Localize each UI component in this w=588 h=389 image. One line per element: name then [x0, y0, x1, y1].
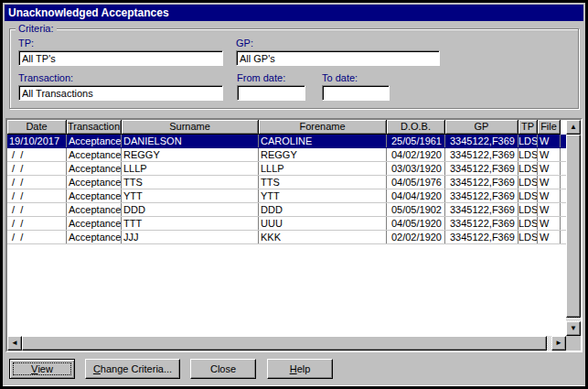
table-cell: W [538, 231, 561, 243]
table-cell: Acceptance [67, 148, 122, 161]
table-cell: W [538, 162, 561, 175]
scrollbar-corner [566, 336, 581, 351]
table-cell: Acceptance [67, 176, 122, 189]
table-cell: 25/05/1961 [387, 135, 445, 147]
table-cell: / / [7, 189, 67, 202]
table-cell: 3345122,F369 [445, 203, 519, 216]
table-cell: 05/05/1902 [387, 203, 445, 216]
table-cell: 19/10/2017 [7, 135, 67, 147]
table-cell: LDS [519, 148, 538, 161]
table-cell: / / [7, 162, 67, 175]
table-cell: DANIELSON [122, 135, 259, 147]
table-cell: / / [7, 203, 67, 216]
scroll-up-icon: ▲ [570, 124, 577, 131]
table-cell: Acceptance [67, 135, 122, 147]
column-header-date[interactable]: Date [7, 120, 67, 134]
table-row[interactable]: / /AcceptanceJJJKKK02/02/19203345122,F36… [7, 231, 566, 244]
table-cell: / / [7, 176, 67, 189]
table-row[interactable]: / /AcceptanceDDDDDD05/05/19023345122,F36… [7, 203, 566, 217]
table-cell: Acceptance [67, 189, 122, 202]
table-cell: W [538, 217, 561, 230]
table-cell: LDS [519, 231, 538, 243]
column-header-gp[interactable]: GP [445, 120, 519, 134]
change-criteria-button[interactable]: Change Criteria... [85, 359, 180, 379]
scroll-down-button[interactable]: ▼ [566, 321, 581, 336]
table-cell: / / [7, 148, 67, 161]
table-cell: W [538, 148, 561, 161]
table-cell: TTT [122, 217, 259, 230]
scroll-left-button[interactable]: ◄ [7, 336, 22, 351]
table-cell: W [538, 176, 561, 189]
table-row[interactable]: / /AcceptanceTTTUUU04/05/19203345122,F36… [7, 217, 566, 231]
table-cell: Acceptance [67, 231, 122, 243]
table-cell: TTS [259, 176, 387, 189]
table-cell: DDD [259, 203, 387, 216]
scroll-right-icon: ► [555, 340, 562, 347]
column-header-file[interactable]: File [538, 120, 561, 134]
column-header-dob[interactable]: D.O.B. [387, 120, 445, 134]
transaction-input[interactable] [18, 85, 223, 101]
table-cell: YTT [259, 189, 387, 202]
table-cell: DDD [122, 203, 259, 216]
table-cell: LDS [519, 217, 538, 230]
table-cell: LLLP [259, 162, 387, 175]
table-cell: 3345122,F369 [445, 176, 519, 189]
table-cell: REGGY [122, 148, 259, 161]
scroll-left-icon: ◄ [11, 340, 18, 347]
table-cell: W [538, 203, 561, 216]
vertical-scrollbar-thumb[interactable] [566, 135, 581, 318]
table-cell: 04/05/1976 [387, 176, 445, 189]
from-date-input[interactable] [237, 85, 305, 101]
column-header-transaction[interactable]: Transaction [67, 120, 122, 134]
table-cell: UUU [259, 217, 387, 230]
dialog-unacknowledged-acceptances: Unacknowledged Acceptances Criteria: TP:… [0, 0, 588, 389]
view-button[interactable]: View [9, 359, 75, 379]
table-row[interactable]: / /AcceptanceREGGYREGGY04/02/19203345122… [7, 148, 566, 162]
vertical-scrollbar[interactable]: ▲ ▼ [566, 120, 581, 336]
gp-label: GP: [236, 38, 253, 49]
table-cell: CAROLINE [259, 135, 387, 147]
table-cell: / / [7, 231, 67, 243]
table-cell: Acceptance [67, 162, 122, 175]
table-cell: YTT [122, 189, 259, 202]
table-cell: LDS [519, 189, 538, 202]
tp-input[interactable] [18, 50, 223, 66]
window-title: Unacknowledged Acceptances [8, 6, 169, 19]
to-date-input[interactable] [322, 85, 390, 101]
table-cell: 3345122,F369 [445, 162, 519, 175]
tp-label: TP: [18, 38, 34, 49]
table-row[interactable]: 19/10/2017AcceptanceDANIELSONCAROLINE25/… [7, 135, 566, 148]
horizontal-scrollbar-thumb[interactable] [22, 336, 547, 351]
table-cell: 02/02/1920 [387, 231, 445, 243]
to-date-label: To date: [322, 72, 358, 83]
list-rows: 19/10/2017AcceptanceDANIELSONCAROLINE25/… [7, 135, 566, 244]
table-cell: 03/03/1920 [387, 162, 445, 175]
title-bar[interactable]: Unacknowledged Acceptances [5, 5, 583, 21]
table-cell: 3345122,F369 [445, 231, 519, 243]
scroll-right-button[interactable]: ► [551, 336, 566, 351]
column-header-surname[interactable]: Surname [122, 120, 259, 134]
gp-input[interactable] [236, 50, 440, 66]
column-header-forename[interactable]: Forename [259, 120, 387, 134]
help-button[interactable]: Help [267, 359, 333, 379]
list-header: DateTransactionSurnameForenameD.O.B.GPTP… [7, 120, 561, 135]
table-cell: 04/05/1920 [387, 217, 445, 230]
table-cell: LDS [519, 176, 538, 189]
horizontal-scrollbar[interactable]: ◄ ► [7, 336, 566, 351]
table-cell: Acceptance [67, 217, 122, 230]
column-header-tp[interactable]: TP [519, 120, 538, 134]
table-row[interactable]: / /AcceptanceYTTYTT04/04/19203345122,F36… [7, 189, 566, 203]
table-cell: LLLP [122, 162, 259, 175]
table-row[interactable]: / /AcceptanceTTSTTS04/05/19763345122,F36… [7, 176, 566, 189]
from-date-label: From date: [237, 72, 285, 83]
table-cell: LDS [519, 162, 538, 175]
table-cell: W [538, 135, 561, 147]
table-cell: JJJ [122, 231, 259, 243]
table-cell: 3345122,F369 [445, 148, 519, 161]
scroll-up-button[interactable]: ▲ [566, 120, 581, 135]
close-button[interactable]: Close [190, 359, 256, 379]
table-cell: LDS [519, 135, 538, 147]
table-row[interactable]: / /AcceptanceLLLPLLLP03/03/19203345122,F… [7, 162, 566, 176]
table-cell: / / [7, 217, 67, 230]
scroll-down-icon: ▼ [570, 325, 577, 332]
